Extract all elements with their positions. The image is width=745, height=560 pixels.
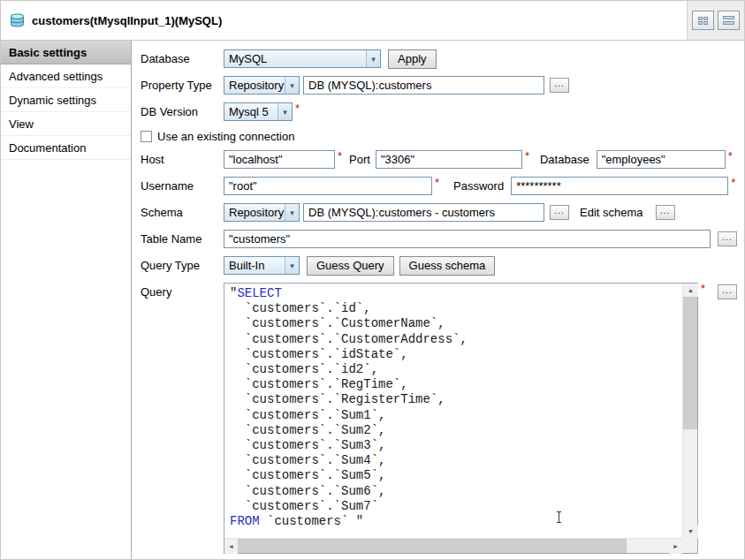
- password-label: Password: [453, 179, 504, 193]
- host-label: Host: [141, 153, 224, 166]
- header: customers(tMysqlInput_1)(MySQL): [1, 1, 744, 41]
- host-row: Host * Port * Database *: [141, 150, 737, 169]
- property-type-row: Property Type Repository ▾ ...: [141, 76, 737, 95]
- table-name-field[interactable]: [224, 230, 711, 248]
- sidebar-item-basic-settings[interactable]: Basic settings: [1, 41, 131, 64]
- body: Basic settings Advanced settings Dynamic…: [1, 41, 744, 560]
- chevron-down-icon: ▾: [285, 257, 299, 274]
- scroll-right-icon[interactable]: ►: [669, 539, 682, 554]
- db-version-label: DB Version: [141, 105, 224, 118]
- database-component-icon: [10, 13, 25, 28]
- required-asterisk: *: [731, 177, 735, 189]
- sidebar-item-dynamic-settings[interactable]: Dynamic settings: [1, 88, 131, 112]
- chevron-down-icon: ▾: [366, 50, 380, 67]
- edit-schema-button[interactable]: ...: [656, 205, 675, 220]
- component-title: customers(tMysqlInput_1)(MySQL): [32, 14, 222, 27]
- existing-connection-label: Use an existing connection: [157, 130, 294, 143]
- guess-query-button[interactable]: Guess Query: [307, 256, 394, 276]
- table-name-row: Table Name ...: [141, 230, 737, 248]
- required-asterisk: *: [338, 150, 342, 163]
- schema-browse-button[interactable]: ...: [550, 205, 569, 220]
- property-type-repository-field[interactable]: [303, 76, 544, 95]
- required-asterisk: *: [525, 150, 529, 163]
- host-field[interactable]: [224, 150, 335, 169]
- database-combo[interactable]: MySQL ▾: [224, 49, 381, 68]
- password-field[interactable]: [511, 177, 728, 195]
- port-field[interactable]: [376, 150, 522, 169]
- rows-view-icon: [723, 16, 734, 25]
- chevron-down-icon: ▾: [285, 204, 299, 221]
- scroll-left-icon[interactable]: ◄: [224, 539, 238, 554]
- query-browse-button[interactable]: ...: [718, 284, 737, 299]
- existing-connection-row: Use an existing connection: [141, 129, 737, 143]
- chevron-down-icon: ▾: [277, 103, 292, 120]
- query-row: Query "SELECT `customers`.`id`, `custome…: [141, 283, 737, 554]
- query-vertical-scrollbar[interactable]: ▲ ▼: [682, 284, 697, 538]
- query-type-combo[interactable]: Built-In ▾: [224, 256, 300, 275]
- database-label: Database: [141, 52, 224, 65]
- horizontal-scroll-thumb[interactable]: [238, 539, 627, 553]
- property-type-label: Property Type: [141, 79, 224, 92]
- scroll-down-icon[interactable]: ▼: [683, 525, 698, 538]
- guess-schema-button[interactable]: Guess schema: [399, 256, 496, 276]
- database-name-label: Database: [540, 153, 589, 166]
- component-settings-window: customers(tMysqlInput_1)(MySQL) Basic se…: [0, 0, 745, 560]
- schema-type-combo[interactable]: Repository ▾: [224, 203, 300, 222]
- schema-row: Schema Repository ▾ ... Edit schema ...: [141, 203, 737, 222]
- sidebar-item-advanced-settings[interactable]: Advanced settings: [1, 64, 131, 88]
- query-type-row: Query Type Built-In ▾ Guess Query Guess …: [141, 256, 737, 275]
- text-cursor: [559, 511, 559, 523]
- basic-settings-panel: Database MySQL ▾ Apply Property Type Rep…: [132, 41, 744, 560]
- query-label: Query: [141, 283, 224, 299]
- settings-sidebar: Basic settings Advanced settings Dynamic…: [1, 41, 132, 560]
- rows-view-button[interactable]: [718, 11, 740, 30]
- required-asterisk: *: [701, 283, 705, 295]
- query-text[interactable]: "SELECT `customers`.`id`, `customers`.`C…: [224, 284, 682, 532]
- apply-button[interactable]: Apply: [388, 49, 437, 69]
- table-name-browse-button[interactable]: ...: [718, 231, 737, 246]
- property-type-combo[interactable]: Repository ▾: [224, 76, 300, 95]
- schema-repository-field[interactable]: [303, 203, 544, 222]
- scrollbar-corner: [682, 538, 697, 553]
- scroll-up-icon[interactable]: ▲: [683, 284, 698, 297]
- username-field[interactable]: [224, 177, 432, 195]
- grid-view-button[interactable]: [692, 11, 714, 30]
- header-title-area: customers(tMysqlInput_1)(MySQL): [1, 1, 688, 40]
- edit-schema-label: Edit schema: [580, 206, 643, 219]
- query-horizontal-scrollbar[interactable]: ◄ ►: [224, 538, 682, 553]
- db-version-combo-value: Mysql 5: [224, 105, 277, 118]
- grid-view-icon: [698, 17, 708, 25]
- sidebar-item-view[interactable]: View: [1, 112, 131, 136]
- query-type-combo-value: Built-In: [224, 259, 285, 272]
- table-name-label: Table Name: [141, 232, 224, 246]
- query-type-label: Query Type: [141, 259, 224, 272]
- query-editor[interactable]: "SELECT `customers`.`id`, `customers`.`C…: [224, 283, 698, 554]
- username-row: Username * Password *: [141, 177, 737, 195]
- sidebar-item-documentation[interactable]: Documentation: [1, 136, 131, 160]
- schema-type-combo-value: Repository: [224, 206, 285, 219]
- vertical-scroll-thumb[interactable]: [683, 297, 697, 429]
- database-row: Database MySQL ▾ Apply: [141, 49, 737, 68]
- port-label: Port: [349, 153, 370, 166]
- existing-connection-checkbox[interactable]: [141, 131, 152, 142]
- username-label: Username: [141, 179, 224, 193]
- required-asterisk: *: [295, 102, 300, 115]
- header-toolbar: [688, 1, 744, 40]
- property-type-combo-value: Repository: [224, 79, 285, 92]
- required-asterisk: *: [728, 150, 733, 163]
- query-content[interactable]: "SELECT `customers`.`id`, `customers`.`C…: [224, 284, 682, 538]
- database-combo-value: MySQL: [224, 52, 366, 65]
- db-version-row: DB Version Mysql 5 ▾ *: [141, 102, 737, 121]
- required-asterisk: *: [435, 177, 439, 189]
- chevron-down-icon: ▾: [285, 77, 299, 94]
- database-name-field[interactable]: [597, 150, 726, 169]
- db-version-combo[interactable]: Mysql 5 ▾: [224, 102, 293, 121]
- property-type-browse-button[interactable]: ...: [550, 78, 569, 93]
- schema-label: Schema: [141, 206, 224, 219]
